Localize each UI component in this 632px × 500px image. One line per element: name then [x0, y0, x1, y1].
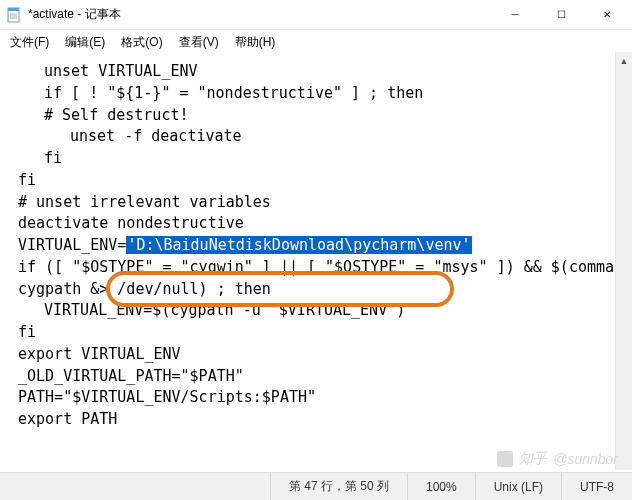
code-line: VIRTUAL_ENV=$(cygpath -u "$VIRTUAL_ENV"): [18, 300, 624, 322]
menu-edit[interactable]: 编辑(E): [59, 32, 111, 53]
code-line: export PATH: [18, 409, 624, 431]
maximize-button[interactable]: ☐: [538, 0, 584, 30]
menu-file[interactable]: 文件(F): [4, 32, 55, 53]
code-line: if [ ! "${1-}" = "nondestructive" ] ; th…: [18, 83, 624, 105]
code-line: unset VIRTUAL_ENV: [18, 61, 624, 83]
code-line: cygpath &> /dev/null) ; then: [18, 279, 624, 301]
notepad-icon: [6, 7, 22, 23]
menu-format[interactable]: 格式(O): [115, 32, 168, 53]
status-encoding: UTF-8: [561, 473, 632, 500]
code-line: unset -f deactivate: [18, 126, 624, 148]
menu-help[interactable]: 帮助(H): [229, 32, 282, 53]
scroll-up-icon[interactable]: ▲: [616, 52, 632, 69]
status-position: 第 47 行，第 50 列: [270, 473, 407, 500]
code-line: # unset irrelevant variables: [18, 192, 624, 214]
code-line: if ([ "$OSTYPE" = "cygwin" ] || [ "$OSTY…: [18, 257, 624, 279]
statusbar: 第 47 行，第 50 列 100% Unix (LF) UTF-8: [0, 472, 632, 500]
titlebar: *activate - 记事本 ─ ☐ ✕: [0, 0, 632, 30]
code-line: fi: [18, 148, 624, 170]
menu-view[interactable]: 查看(V): [173, 32, 225, 53]
code-line: fi: [18, 170, 624, 192]
vertical-scrollbar[interactable]: ▲: [615, 52, 632, 470]
status-zoom: 100%: [407, 473, 475, 500]
code-line: fi: [18, 322, 624, 344]
code-line: # Self destruct!: [18, 105, 624, 127]
window-title: *activate - 记事本: [28, 6, 492, 23]
svg-rect-1: [8, 8, 19, 11]
code-line: _OLD_VIRTUAL_PATH="$PATH": [18, 366, 624, 388]
menubar: 文件(F) 编辑(E) 格式(O) 查看(V) 帮助(H): [0, 30, 632, 55]
code-line: deactivate nondestructive: [18, 213, 624, 235]
code-line: VIRTUAL_ENV='D:\BaiduNetdiskDownload\pyc…: [18, 235, 624, 257]
window-controls: ─ ☐ ✕: [492, 0, 630, 30]
selected-text: 'D:\BaiduNetdiskDownload\pycharm\venv': [126, 236, 471, 254]
minimize-button[interactable]: ─: [492, 0, 538, 30]
close-button[interactable]: ✕: [584, 0, 630, 30]
text-area[interactable]: unset VIRTUAL_ENV if [ ! "${1-}" = "nond…: [0, 55, 632, 473]
code-line: export VIRTUAL_ENV: [18, 344, 624, 366]
code-line: PATH="$VIRTUAL_ENV/Scripts:$PATH": [18, 387, 624, 409]
code-text: VIRTUAL_ENV=: [18, 236, 126, 254]
status-lineending: Unix (LF): [475, 473, 561, 500]
